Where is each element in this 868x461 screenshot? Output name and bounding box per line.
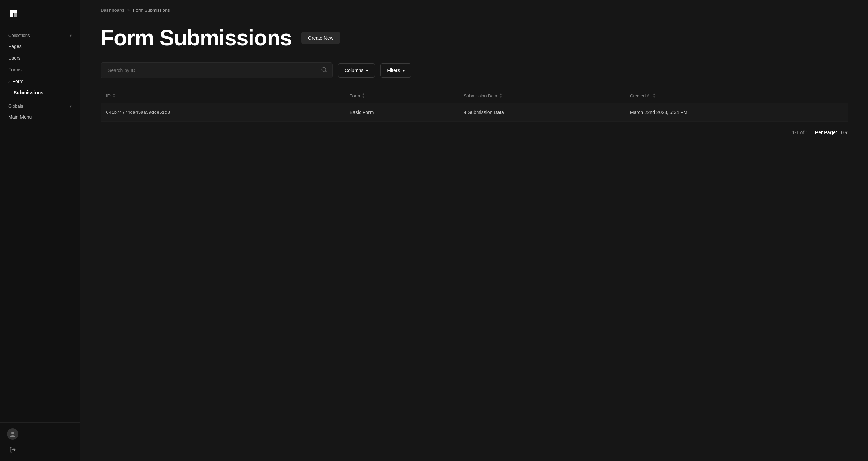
pagination-range: 1-1 of 1 bbox=[792, 130, 808, 135]
search-input[interactable] bbox=[101, 62, 333, 78]
data-table: ID ▲ ▼ Form ▲ ▼ bbox=[101, 88, 848, 122]
svg-line-3 bbox=[325, 71, 326, 72]
sidebar-navigation: Collections ▾ Pages Users Forms › Form S… bbox=[0, 30, 80, 422]
chevron-down-icon: ▾ bbox=[70, 104, 72, 109]
search-container bbox=[101, 62, 333, 78]
column-header-id[interactable]: ID ▲ ▼ bbox=[101, 88, 344, 103]
sidebar-item-pages[interactable]: Pages bbox=[0, 41, 80, 52]
column-header-created-at[interactable]: Created At ▲ ▼ bbox=[624, 88, 848, 103]
sidebar-item-main-menu[interactable]: Main Menu bbox=[0, 111, 80, 123]
row-form: Basic Form bbox=[344, 103, 459, 122]
table-body: 641b74774da45aa59dce61d8Basic Form4 Subm… bbox=[101, 103, 848, 122]
filters-button[interactable]: Filters ▾ bbox=[380, 63, 411, 78]
breadcrumb: Dashboard > Form Submissions bbox=[101, 0, 848, 20]
row-id-link[interactable]: 641b74774da45aa59dce61d8 bbox=[106, 110, 170, 115]
columns-button[interactable]: Columns ▾ bbox=[338, 63, 375, 78]
create-new-button[interactable]: Create New bbox=[301, 32, 340, 44]
row-created-at: March 22nd 2023, 5:34 PM bbox=[624, 103, 848, 122]
pagination-row: 1-1 of 1 Per Page: 10 ▾ bbox=[101, 130, 848, 135]
column-header-form[interactable]: Form ▲ ▼ bbox=[344, 88, 459, 103]
app-logo[interactable] bbox=[7, 7, 20, 20]
sidebar-item-collections[interactable]: Collections ▾ bbox=[0, 30, 80, 41]
column-header-submission-data[interactable]: Submission Data ▲ ▼ bbox=[458, 88, 624, 103]
sort-icons-form: ▲ ▼ bbox=[362, 93, 365, 99]
sidebar-logo-area bbox=[0, 0, 80, 30]
sidebar-bottom bbox=[0, 422, 80, 461]
sidebar-item-forms[interactable]: Forms bbox=[0, 64, 80, 75]
sort-icons-id: ▲ ▼ bbox=[113, 93, 115, 99]
page-title: Form Submissions bbox=[101, 27, 292, 49]
breadcrumb-current: Form Submissions bbox=[133, 8, 170, 13]
row-submission-data: 4 Submission Data bbox=[458, 103, 624, 122]
chevron-right-icon: › bbox=[8, 79, 10, 84]
user-avatar-button[interactable] bbox=[7, 428, 18, 440]
table-header-row: ID ▲ ▼ Form ▲ ▼ bbox=[101, 88, 848, 103]
logout-button[interactable] bbox=[7, 444, 18, 456]
table-row[interactable]: 641b74774da45aa59dce61d8Basic Form4 Subm… bbox=[101, 103, 848, 122]
sidebar-item-users[interactable]: Users bbox=[0, 52, 80, 64]
sidebar-globals-section[interactable]: Globals ▾ bbox=[0, 98, 80, 111]
per-page-button[interactable]: Per Page: 10 ▾ bbox=[815, 130, 848, 135]
chevron-down-icon: ▾ bbox=[366, 68, 368, 73]
chevron-down-icon: ▾ bbox=[70, 33, 72, 38]
sort-icons-submission-data: ▲ ▼ bbox=[500, 93, 502, 99]
breadcrumb-separator: > bbox=[127, 8, 130, 13]
svg-point-0 bbox=[11, 432, 14, 434]
chevron-down-icon: ▾ bbox=[403, 68, 405, 73]
main-content: Dashboard > Form Submissions Form Submis… bbox=[80, 0, 868, 461]
breadcrumb-dashboard-link[interactable]: Dashboard bbox=[101, 8, 124, 13]
sidebar-item-form-submissions[interactable]: Submissions bbox=[0, 87, 80, 98]
search-filter-row: Columns ▾ Filters ▾ bbox=[101, 62, 848, 78]
search-icon bbox=[321, 67, 327, 74]
chevron-down-icon: ▾ bbox=[845, 130, 848, 135]
sort-icons-created-at: ▲ ▼ bbox=[653, 93, 655, 99]
sidebar-item-form[interactable]: › Form bbox=[0, 75, 80, 87]
per-page-value: 10 bbox=[838, 130, 844, 135]
sidebar: Collections ▾ Pages Users Forms › Form S… bbox=[0, 0, 80, 461]
page-header: Form Submissions Create New bbox=[101, 27, 848, 49]
per-page-label: Per Page: bbox=[815, 130, 837, 135]
